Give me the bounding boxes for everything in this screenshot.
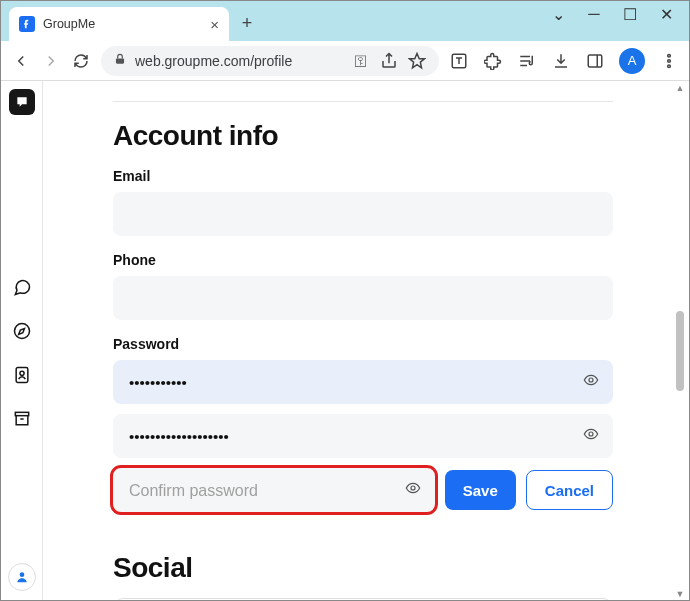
svg-point-5 bbox=[668, 64, 671, 67]
email-field[interactable] bbox=[113, 192, 613, 236]
back-button[interactable] bbox=[11, 51, 31, 71]
current-password-field[interactable] bbox=[113, 360, 613, 404]
svg-point-13 bbox=[411, 486, 415, 490]
archive-icon[interactable] bbox=[10, 407, 34, 431]
key-icon[interactable]: ⚿ bbox=[351, 51, 371, 71]
extensions-icon[interactable] bbox=[483, 51, 503, 71]
chevron-down-icon[interactable]: ⌄ bbox=[551, 7, 565, 21]
groupme-favicon bbox=[19, 16, 35, 32]
phone-field[interactable] bbox=[113, 276, 613, 320]
url-text: web.groupme.com/profile bbox=[135, 53, 343, 69]
svg-point-8 bbox=[19, 371, 23, 375]
media-icon[interactable] bbox=[517, 51, 537, 71]
share-icon[interactable] bbox=[379, 51, 399, 71]
star-icon[interactable] bbox=[407, 51, 427, 71]
show-password-icon[interactable] bbox=[405, 480, 421, 500]
svg-point-10 bbox=[19, 572, 24, 577]
scroll-thumb[interactable] bbox=[676, 311, 684, 391]
cancel-button[interactable]: Cancel bbox=[526, 470, 613, 510]
chats-icon[interactable] bbox=[10, 275, 34, 299]
window-controls: ⌄ ─ ☐ ✕ bbox=[551, 1, 689, 21]
browser-tab[interactable]: GroupMe × bbox=[9, 7, 229, 41]
tab-close-icon[interactable]: × bbox=[210, 16, 219, 33]
show-password-icon[interactable] bbox=[583, 372, 599, 392]
menu-icon[interactable] bbox=[659, 51, 679, 71]
reload-button[interactable] bbox=[71, 51, 91, 71]
phone-label: Phone bbox=[113, 252, 613, 268]
scroll-down-icon[interactable]: ▼ bbox=[673, 587, 687, 601]
contacts-icon[interactable] bbox=[10, 363, 34, 387]
svg-point-11 bbox=[589, 378, 593, 382]
lock-icon bbox=[113, 52, 127, 70]
address-bar[interactable]: web.groupme.com/profile ⚿ bbox=[101, 46, 439, 76]
svg-point-12 bbox=[589, 432, 593, 436]
app-sidebar bbox=[1, 81, 43, 601]
minimize-icon[interactable]: ─ bbox=[587, 7, 601, 21]
browser-toolbar: web.groupme.com/profile ⚿ A bbox=[1, 41, 689, 81]
sidepanel-icon[interactable] bbox=[585, 51, 605, 71]
downloads-icon[interactable] bbox=[551, 51, 571, 71]
maximize-icon[interactable]: ☐ bbox=[623, 7, 637, 21]
password-label: Password bbox=[113, 336, 613, 352]
social-heading: Social bbox=[113, 552, 613, 584]
main-content: Account info Email Phone Password bbox=[43, 81, 689, 601]
confirm-password-field[interactable] bbox=[113, 468, 435, 512]
new-password-field[interactable] bbox=[113, 414, 613, 458]
svg-rect-2 bbox=[588, 55, 602, 67]
window-titlebar: GroupMe × + ⌄ ─ ☐ ✕ bbox=[1, 1, 689, 41]
profile-avatar[interactable]: A bbox=[619, 48, 645, 74]
email-label: Email bbox=[113, 168, 613, 184]
translate-icon[interactable] bbox=[449, 51, 469, 71]
discover-icon[interactable] bbox=[10, 319, 34, 343]
tab-title: GroupMe bbox=[43, 17, 202, 31]
svg-rect-9 bbox=[15, 412, 28, 415]
save-button[interactable]: Save bbox=[445, 470, 516, 510]
scrollbar[interactable]: ▲ ▼ bbox=[673, 81, 687, 601]
svg-point-4 bbox=[668, 59, 671, 62]
svg-point-3 bbox=[668, 54, 671, 57]
new-tab-button[interactable]: + bbox=[233, 9, 261, 37]
close-icon[interactable]: ✕ bbox=[659, 7, 673, 21]
user-avatar-button[interactable] bbox=[8, 563, 36, 591]
svg-point-6 bbox=[14, 324, 29, 339]
divider bbox=[113, 101, 613, 102]
groupme-logo[interactable] bbox=[9, 89, 35, 115]
forward-button[interactable] bbox=[41, 51, 61, 71]
account-info-heading: Account info bbox=[113, 120, 613, 152]
show-password-icon[interactable] bbox=[583, 426, 599, 446]
svg-rect-0 bbox=[116, 58, 124, 63]
